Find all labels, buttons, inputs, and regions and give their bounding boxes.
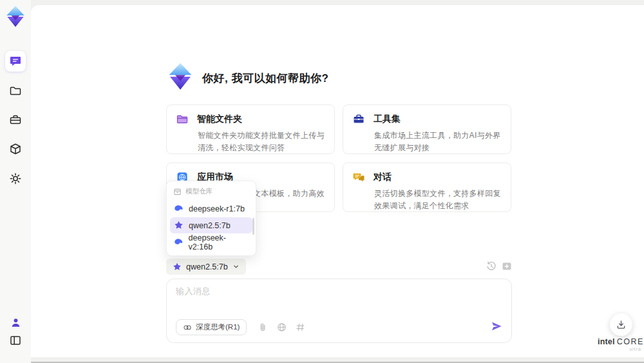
download-icon [616, 319, 627, 330]
card-toolset[interactable]: 工具集 集成市场上主流工具，助力AI与外界无缝扩展与对接 [343, 104, 511, 154]
composer: 深度思考(R1) [166, 279, 512, 343]
composer-toolbar: 深度思考(R1) [176, 319, 502, 335]
toolset-icon [352, 113, 365, 126]
message-input[interactable] [176, 286, 501, 310]
greeting-logo-icon [165, 61, 196, 92]
qwen-icon [173, 262, 182, 271]
history-icon [486, 261, 497, 271]
atom-icon [183, 323, 192, 332]
intel-brand: intel [598, 337, 615, 346]
qwen-icon [174, 221, 184, 230]
paperclip-icon[interactable] [258, 322, 268, 332]
panel-toggle-icon [9, 334, 22, 347]
deep-think-label: 深度思考(R1) [196, 322, 240, 332]
intel-product: core [617, 337, 644, 346]
sidebar-item-chat[interactable] [5, 51, 26, 72]
new-window-icon [502, 261, 512, 271]
sidebar-item-panel-toggle[interactable] [5, 330, 26, 351]
chat-bubbles-icon [352, 171, 365, 184]
sidebar-item-tools[interactable] [5, 110, 26, 130]
globe-icon[interactable] [277, 322, 287, 332]
model-dropdown-header-label: 模型仓库 [185, 187, 213, 196]
history-button[interactable] [486, 261, 497, 271]
card-title: 对话 [374, 172, 392, 183]
intel-core-badge: intelcore ultra [598, 337, 641, 351]
model-option-deepseek-v2[interactable]: deepseek-v2:16b [170, 234, 252, 250]
composer-icons [258, 322, 305, 332]
user-icon [10, 317, 22, 329]
download-button[interactable] [610, 313, 632, 336]
toolbox-icon [9, 113, 22, 126]
card-title: 智能文件夹 [197, 113, 242, 125]
folder-icon [9, 84, 22, 97]
card-smart-folder[interactable]: 智能文件夹 智能文件夹功能支持批量文件上传与清洗，轻松实现文件问答 [166, 104, 335, 154]
sidebar [0, 0, 31, 363]
deepseek-icon [174, 204, 184, 213]
cube-icon [9, 142, 22, 155]
intel-tier: ultra [598, 347, 641, 351]
model-selector-value: qwen2.5:7b [186, 262, 228, 271]
card-conversation[interactable]: 对话 灵活切换多模型文件，支持多样回复效果调试，满足个性化需求 [343, 162, 511, 212]
smart-folder-icon [176, 113, 189, 126]
sidebar-item-folders[interactable] [5, 81, 26, 101]
card-title: 工具集 [374, 113, 401, 125]
sidebar-item-settings[interactable] [5, 168, 26, 189]
model-option-label: deepseek-r1:7b [189, 204, 245, 213]
sidebar-item-apps[interactable] [5, 139, 26, 159]
new-window-button[interactable] [502, 261, 512, 271]
gear-icon [9, 172, 22, 185]
model-repo-icon [173, 188, 182, 196]
app-logo-icon [5, 5, 26, 29]
model-option-deepseek-r1[interactable]: deepseek-r1:7b [170, 201, 252, 217]
deepseek-icon [174, 237, 184, 247]
card-description: 灵活切换多模型文件，支持多样回复效果调试，满足个性化需求 [374, 188, 502, 211]
model-selector[interactable]: qwen2.5:7b [166, 259, 246, 275]
deep-think-button[interactable]: 深度思考(R1) [176, 319, 247, 335]
chat-icon [9, 55, 22, 68]
model-option-label: qwen2.5:7b [189, 221, 231, 230]
page-title: 你好, 我可以如何帮助你? [202, 71, 328, 86]
app-window: 你好, 我可以如何帮助你? 智能文件夹 智能文件夹功能支持批量文件上传与清洗，轻… [0, 0, 644, 363]
model-dropdown-menu: 模型仓库 deepseek-r1:7b qwen2.5:7b deepseek-… [166, 181, 256, 256]
model-option-label: deepseek-v2:16b [189, 233, 249, 251]
send-icon [491, 320, 502, 332]
model-option-qwen[interactable]: qwen2.5:7b [170, 217, 252, 233]
chevron-down-icon [232, 263, 240, 270]
grid-icon[interactable] [296, 322, 305, 332]
card-description: 智能文件夹功能支持批量文件上传与清洗，轻松实现文件问答 [198, 130, 325, 153]
send-button[interactable] [491, 320, 502, 335]
card-description: 集成市场上主流工具，助力AI与外界无缝扩展与对接 [374, 130, 502, 153]
model-dropdown-header: 模型仓库 [170, 186, 252, 200]
dropdown-scrollbar[interactable] [252, 218, 254, 235]
